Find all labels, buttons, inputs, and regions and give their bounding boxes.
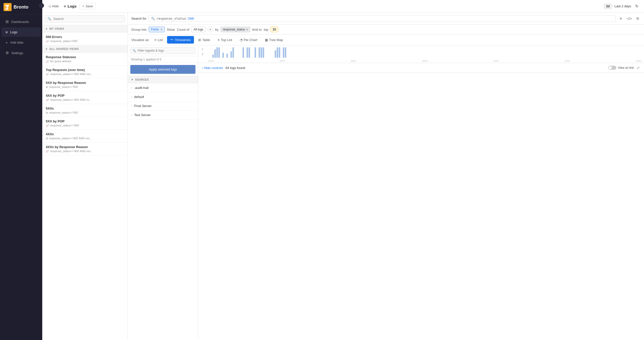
sidebar-item-label-settings: Settings [11,51,23,55]
sources-section-header[interactable]: ▼ SOURCES [128,76,198,83]
list-item[interactable]: 5XX by Response Reason ⊞ response_status… [42,78,128,91]
list-item[interactable]: 4XXs ⊞ response_status>='400' AND res... [42,130,128,143]
list-item[interactable]: Top Requests (over time) 📈 response_stat… [42,65,128,78]
svg-text:30/07: 30/07 [350,328,356,331]
chart-controls: ‹ Hide controls 64 logs found View as li… [198,63,644,73]
sidebar-item-add-data[interactable]: + Add data [2,38,41,47]
tree-map-tab-icon: ▦ [265,38,268,42]
view-as-line: View as line [608,66,634,70]
copy-button[interactable]: ⧉ [635,15,640,22]
tab-tree-map[interactable]: ▦ Tree Map [262,37,286,43]
search-query-input[interactable]: 🔍 response_status:500 [148,15,616,22]
view-name: Top Requests (over time) [46,68,124,72]
hide-button[interactable]: ◁ Hide [46,3,61,9]
refresh-button[interactable]: ↻ [634,3,640,10]
search-bar-actions: ✕ </> ⧉ [618,15,640,22]
view-query: ⊞ response_status>='500' [46,85,124,88]
hide-label: Hide [52,4,59,8]
list-item[interactable]: Response Statuses 📈 No query defined [42,53,128,65]
expand-chart-button[interactable]: ⤢ [636,65,640,71]
list-item[interactable]: 5XXs ⊞ response_status>='500' [42,104,128,117]
chart-icon: 📈 [46,124,49,127]
list-item[interactable]: › default [128,92,198,101]
svg-text:31/07: 31/07 [422,328,428,331]
right-panel: Search for 🔍 response_status:500 ✕ </> ⧉… [128,13,644,340]
list-item[interactable]: › Test Server [128,111,198,120]
tab-pie-chart[interactable]: ◔ Pie Chart [236,37,261,43]
list-item[interactable]: 4XXs by Response Reason 📈 response_statu… [42,143,128,155]
fields-chip[interactable]: Fields ✕ [149,27,165,32]
source-name-default: default [134,95,144,99]
svg-rect-24 [238,311,252,326]
logs-count: 64 logs found [225,66,245,70]
limit-value[interactable]: 10 [270,27,278,32]
table-icon: ⊞ [46,111,48,114]
collapse-sidebar-button[interactable]: ‹ [39,3,44,8]
save-icon: + [82,4,84,8]
my-views-section-header[interactable]: ▼ MY VIEWS [42,25,128,32]
svg-rect-2 [7,7,8,10]
main-chart: 43.532.521.510.5029/0729/0730/0730/0730/… [198,73,644,340]
time-badge[interactable]: 2d [604,4,612,9]
sources-label: SOURCES [135,78,149,81]
sidebar-item-settings[interactable]: ⚙ Settings [2,48,41,58]
content-area: 🔍 ▼ MY VIEWS 500 Errors 📈 response_statu… [42,13,644,340]
svg-text:500: 64: 500: 64 [418,335,427,338]
list-item[interactable]: › .audit-trail [128,83,198,92]
clear-search-button[interactable]: ✕ [618,16,624,22]
topbar: ◁ Hide ≡ Logs + Save 2d Last 2 days ↻ [42,0,644,13]
response-status-tag[interactable]: response_status ✕ [221,27,250,32]
hide-controls-button[interactable]: ‹ Hide controls [202,66,223,70]
svg-rect-51 [411,334,416,337]
svg-rect-25 [253,264,267,326]
shared-views-section-header[interactable]: ▼ ALL SHARED VIEWS [42,45,128,53]
sidebar-item-dashboards[interactable]: ⊞ Dashboards [2,17,41,26]
view-query: 📈 No query defined [46,60,124,63]
filter-logs-input[interactable] [138,49,193,52]
list-item[interactable]: 500 Errors 📈 response_status='500' [42,32,128,45]
chart-icon: 📈 [46,73,49,76]
viz-tabs: Visualize as ≡ List 〜 Timeseries ⊞ Table… [128,35,644,45]
hide-icon: ◁ [48,4,51,8]
limit-to-label: limit to [252,28,262,31]
svg-rect-29 [368,77,382,326]
response-status-remove[interactable]: ✕ [246,28,248,31]
controls-bar: Group into Fields ✕ Show Count of All lo… [128,25,644,35]
list-item[interactable]: › Prod Server [128,101,198,111]
showing-text: Showing 1 applied of 5 [128,56,198,63]
top-list-tab-icon: ≡ [218,38,220,42]
filter-input-wrap[interactable]: 🔍 [130,47,195,54]
sidebar: Bronto ‹ ⊞ Dashboards ≡ Logs + Add data … [0,0,42,340]
svg-rect-26 [267,77,281,326]
shared-views-label: ALL SHARED VIEWS [49,47,79,50]
code-view-button[interactable]: </> [625,16,633,22]
tab-top-list[interactable]: ≡ Top List [214,37,235,43]
view-query: ⊞ response_status>='400' AND res... [46,137,124,140]
sidebar-item-logs[interactable]: ≡ Logs [2,27,41,37]
view-as-line-toggle[interactable] [608,66,616,70]
svg-rect-36 [583,77,597,326]
logo-icon [4,3,12,11]
query-key: response_status [156,17,186,20]
all-logs-chip[interactable]: All logs [191,27,206,32]
apply-selected-logs-button[interactable]: Apply selected logs [130,65,195,74]
pie-chart-tab-icon: ◔ [240,38,243,42]
view-name: Response Statuses [46,55,124,59]
search-input-wrap[interactable]: 🔍 [45,15,125,22]
save-button[interactable]: + Save [79,3,96,9]
list-item[interactable]: 5XX by POP 📈 response_status>='500' [42,117,128,130]
source-name-audit-trail: .audit-trail [134,86,148,90]
search-input[interactable] [53,17,122,21]
sources-chevron: ▼ [131,78,134,81]
table-tab-icon: ⊞ [198,38,201,42]
fields-chip-remove[interactable]: ✕ [160,28,163,31]
settings-icon: ⚙ [6,51,9,55]
list-item[interactable]: 4XX by POP 📈 response_status>='400' AND … [42,91,128,104]
svg-text:0: 0 [207,325,208,328]
tab-timeseries[interactable]: 〜 Timeseries [167,36,194,44]
tab-list[interactable]: ≡ List [151,37,166,43]
source-chevron-test: › [131,114,132,116]
chart-icon: 📈 [46,40,49,43]
add-field-button[interactable]: + [208,27,213,32]
tab-table[interactable]: ⊞ Table [195,37,213,43]
